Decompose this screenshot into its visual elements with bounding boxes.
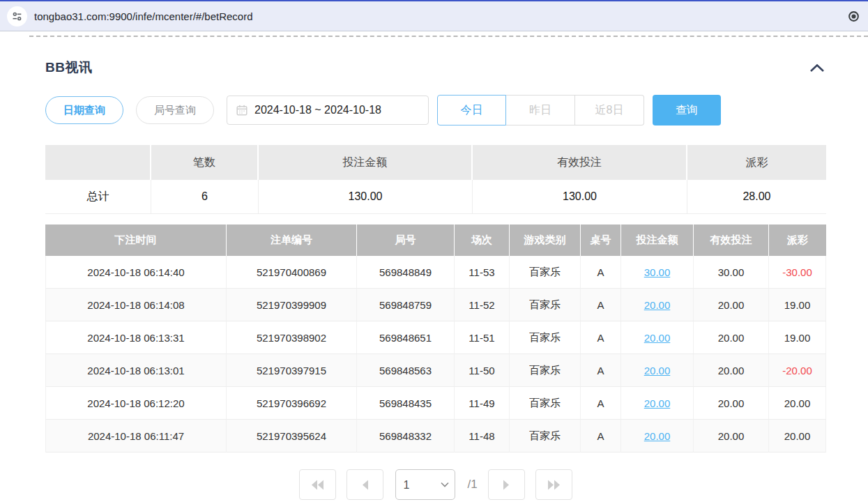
cell-payout: 19.00 xyxy=(769,289,826,321)
collapse-chevron-up-icon[interactable] xyxy=(808,62,826,74)
cell-session: 11-49 xyxy=(455,387,510,420)
page-select-input[interactable]: 1 xyxy=(395,469,455,500)
date-query-tab[interactable]: 日期查询 xyxy=(45,96,123,124)
cell-game-type: 百家乐 xyxy=(510,289,581,321)
last-8-days-button[interactable]: 近8日 xyxy=(575,95,644,126)
summary-header-count: 笔数 xyxy=(151,145,259,180)
search-button[interactable]: 查询 xyxy=(653,95,721,126)
header-table-no: 桌号 xyxy=(581,225,621,256)
cell-session: 11-51 xyxy=(455,321,510,354)
bet-amount-link[interactable]: 20.00 xyxy=(644,299,671,311)
cell-bet-amount: 20.00 xyxy=(621,420,694,452)
bet-amount-link[interactable]: 20.00 xyxy=(644,430,671,442)
cell-bet-time: 2024-10-18 06:14:08 xyxy=(45,289,227,321)
calendar-icon xyxy=(236,105,248,116)
today-button[interactable]: 今日 xyxy=(437,95,506,126)
yesterday-button[interactable]: 昨日 xyxy=(506,95,575,126)
header-bet-time: 下注时间 xyxy=(45,225,227,256)
cell-valid-bet: 20.00 xyxy=(694,387,769,420)
bet-table-header-row: 下注时间 注单编号 局号 场次 游戏类别 桌号 投注金额 有效投注 派彩 xyxy=(45,225,826,256)
table-row: 2024-10-18 06:12:20521970396692569848435… xyxy=(45,387,826,420)
cell-game-type: 百家乐 xyxy=(510,354,581,387)
bet-table-body: 2024-10-18 06:14:40521970400869569848849… xyxy=(45,256,826,452)
cell-table-no: A xyxy=(581,420,621,452)
table-row: 2024-10-18 06:14:08521970399909569848759… xyxy=(45,289,826,321)
cell-order-no: 521970398902 xyxy=(227,321,357,354)
header-round-no: 局号 xyxy=(357,225,455,256)
bet-amount-link[interactable]: 20.00 xyxy=(644,332,671,344)
cell-round-no: 569848651 xyxy=(357,321,455,354)
cell-round-no: 569848435 xyxy=(357,387,455,420)
cell-payout: 19.00 xyxy=(769,321,826,354)
table-row: 2024-10-18 06:13:01521970397915569848563… xyxy=(45,354,826,387)
table-row: 2024-10-18 06:13:31521970398902569848651… xyxy=(45,321,826,354)
summary-total-row: 总计 6 130.00 130.00 28.00 xyxy=(45,180,826,214)
cell-payout: -20.00 xyxy=(769,354,826,387)
summary-bet-amount-value: 130.00 xyxy=(259,180,473,214)
cell-bet-amount: 20.00 xyxy=(621,289,694,321)
cell-order-no: 521970397915 xyxy=(227,354,357,387)
site-settings-icon[interactable] xyxy=(7,6,27,26)
cell-bet-time: 2024-10-18 06:13:01 xyxy=(45,354,227,387)
cell-order-no: 521970396692 xyxy=(227,387,357,420)
cell-bet-time: 2024-10-18 06:13:31 xyxy=(45,321,227,354)
cell-valid-bet: 30.00 xyxy=(694,256,769,289)
cell-round-no: 569848563 xyxy=(357,354,455,387)
page: tongbao31.com:9900/infe/mcenter/#/betRec… xyxy=(0,0,868,502)
table-row: 2024-10-18 06:14:40521970400869569848849… xyxy=(45,256,826,289)
header-game-type: 游戏类别 xyxy=(510,225,581,256)
date-range-value: 2024-10-18 ~ 2024-10-18 xyxy=(254,104,381,116)
cell-round-no: 569848332 xyxy=(357,420,455,452)
cell-bet-amount: 20.00 xyxy=(621,354,694,387)
cell-game-type: 百家乐 xyxy=(510,387,581,420)
cell-payout: -30.00 xyxy=(769,256,826,289)
bet-amount-link[interactable]: 30.00 xyxy=(644,266,671,278)
header-valid-bet: 有效投注 xyxy=(694,225,769,256)
cell-session: 11-52 xyxy=(455,289,510,321)
cell-valid-bet: 20.00 xyxy=(694,354,769,387)
cell-session: 11-53 xyxy=(455,256,510,289)
cell-order-no: 521970399909 xyxy=(227,289,357,321)
dashed-separator xyxy=(29,36,868,37)
summary-total-label: 总计 xyxy=(45,180,151,214)
bet-amount-link[interactable]: 20.00 xyxy=(644,397,671,409)
round-query-tab[interactable]: 局号查询 xyxy=(136,96,214,124)
summary-valid-bet-value: 130.00 xyxy=(473,180,687,214)
summary-header-valid-bet: 有效投注 xyxy=(473,145,687,180)
cell-game-type: 百家乐 xyxy=(510,321,581,354)
summary-header-row: 笔数 投注金额 有效投注 派彩 xyxy=(45,145,826,180)
prev-page-button[interactable] xyxy=(347,469,383,500)
header-payout: 派彩 xyxy=(769,225,826,256)
cell-game-type: 百家乐 xyxy=(510,420,581,452)
first-page-button[interactable] xyxy=(299,469,336,500)
bet-amount-link[interactable]: 20.00 xyxy=(644,365,671,376)
summary-header-blank xyxy=(45,145,151,180)
header-session: 场次 xyxy=(455,225,510,256)
header-bet-amount: 投注金额 xyxy=(621,225,694,256)
browser-address-bar[interactable]: tongbao31.com:9900/infe/mcenter/#/betRec… xyxy=(0,1,868,31)
cell-table-no: A xyxy=(581,387,621,420)
summary-header-bet-amount: 投注金额 xyxy=(259,145,473,180)
cell-valid-bet: 20.00 xyxy=(694,289,769,321)
cell-bet-amount: 30.00 xyxy=(621,256,694,289)
bet-record-panel: BB视讯 日期查询 局号查询 xyxy=(0,59,868,500)
summary-header-payout: 派彩 xyxy=(687,145,826,180)
summary-count-value: 6 xyxy=(151,180,259,214)
cell-table-no: A xyxy=(581,289,621,321)
summary-table: 笔数 投注金额 有效投注 派彩 总计 6 130.00 130.00 28.00 xyxy=(45,145,826,214)
next-page-button[interactable] xyxy=(488,469,525,500)
cell-bet-time: 2024-10-18 06:11:47 xyxy=(45,420,227,452)
date-range-input[interactable]: 2024-10-18 ~ 2024-10-18 xyxy=(227,96,429,125)
quick-date-button-group: 今日 昨日 近8日 xyxy=(437,95,644,126)
target-icon[interactable] xyxy=(848,10,860,22)
total-pages-label: /1 xyxy=(467,478,477,492)
cell-valid-bet: 20.00 xyxy=(694,420,769,452)
cell-round-no: 569848759 xyxy=(357,289,455,321)
cell-order-no: 521970395624 xyxy=(227,420,357,452)
summary-payout-value: 28.00 xyxy=(687,180,826,214)
bet-record-table: 下注时间 注单编号 局号 场次 游戏类别 桌号 投注金额 有效投注 派彩 202… xyxy=(45,225,826,452)
url-text[interactable]: tongbao31.com:9900/infe/mcenter/#/betRec… xyxy=(34,10,253,22)
page-select[interactable]: 1 xyxy=(395,469,455,500)
last-page-button[interactable] xyxy=(535,469,572,500)
cell-round-no: 569848849 xyxy=(357,256,455,289)
